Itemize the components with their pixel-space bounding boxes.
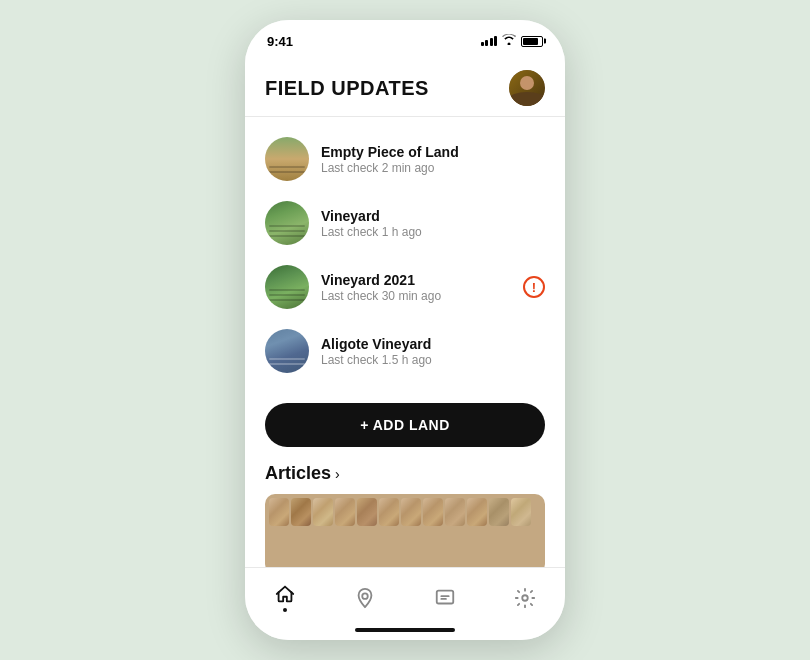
status-icons bbox=[481, 34, 544, 48]
page-header: FIELD UPDATES bbox=[245, 56, 565, 117]
field-thumb-2 bbox=[265, 265, 309, 309]
tab-messages[interactable] bbox=[405, 587, 485, 609]
field-info-2: Vineyard 2021 Last check 30 min ago bbox=[321, 272, 523, 303]
cork-6 bbox=[379, 498, 399, 526]
corks-pattern bbox=[265, 494, 545, 567]
cork-5 bbox=[357, 498, 377, 526]
svg-rect-1 bbox=[437, 590, 454, 603]
field-check-3: Last check 1.5 h ago bbox=[321, 353, 545, 367]
signal-icon bbox=[481, 36, 498, 46]
articles-chevron-icon: › bbox=[335, 466, 340, 482]
field-list: Empty Piece of Land Last check 2 min ago… bbox=[245, 117, 565, 393]
cork-7 bbox=[401, 498, 421, 526]
tab-location[interactable] bbox=[325, 587, 405, 609]
articles-section: Articles › bbox=[245, 463, 565, 567]
cork-2 bbox=[291, 498, 311, 526]
field-name-3: Aligote Vineyard bbox=[321, 336, 545, 352]
field-info-3: Aligote Vineyard Last check 1.5 h ago bbox=[321, 336, 545, 367]
field-check-0: Last check 2 min ago bbox=[321, 161, 545, 175]
page-title: FIELD UPDATES bbox=[265, 77, 429, 100]
location-icon bbox=[354, 587, 376, 609]
field-name-2: Vineyard 2021 bbox=[321, 272, 523, 288]
settings-icon bbox=[514, 587, 536, 609]
status-bar: 9:41 bbox=[245, 20, 565, 56]
field-name-0: Empty Piece of Land bbox=[321, 144, 545, 160]
field-thumb-0 bbox=[265, 137, 309, 181]
field-info-1: Vineyard Last check 1 h ago bbox=[321, 208, 545, 239]
home-icon bbox=[274, 583, 296, 605]
cork-11 bbox=[489, 498, 509, 526]
tab-settings[interactable] bbox=[485, 587, 565, 609]
svg-point-0 bbox=[362, 593, 368, 599]
articles-header[interactable]: Articles › bbox=[265, 463, 545, 484]
scroll-content: Empty Piece of Land Last check 2 min ago… bbox=[245, 117, 565, 567]
avatar[interactable] bbox=[509, 70, 545, 106]
cork-3 bbox=[313, 498, 333, 526]
field-name-1: Vineyard bbox=[321, 208, 545, 224]
field-thumb-3 bbox=[265, 329, 309, 373]
avatar-image bbox=[509, 70, 545, 106]
wifi-icon bbox=[502, 34, 516, 48]
field-check-1: Last check 1 h ago bbox=[321, 225, 545, 239]
cork-12 bbox=[511, 498, 531, 526]
articles-title: Articles bbox=[265, 463, 331, 484]
home-indicator bbox=[245, 623, 565, 640]
tab-bar bbox=[245, 567, 565, 623]
tab-home[interactable] bbox=[245, 583, 325, 612]
add-land-button[interactable]: + ADD LAND bbox=[265, 403, 545, 447]
cork-4 bbox=[335, 498, 355, 526]
messages-icon bbox=[434, 587, 456, 609]
cork-9 bbox=[445, 498, 465, 526]
phone-frame: 9:41 FIELD UPDATES bbox=[245, 20, 565, 640]
field-item-aligote[interactable]: Aligote Vineyard Last check 1.5 h ago bbox=[245, 319, 565, 383]
home-bar bbox=[355, 628, 455, 632]
alert-icon: ! bbox=[523, 276, 545, 298]
battery-icon bbox=[521, 36, 543, 47]
status-time: 9:41 bbox=[267, 34, 293, 49]
field-item-empty-land[interactable]: Empty Piece of Land Last check 2 min ago bbox=[245, 127, 565, 191]
cork-8 bbox=[423, 498, 443, 526]
articles-image bbox=[265, 494, 545, 567]
svg-point-2 bbox=[522, 595, 528, 601]
cork-10 bbox=[467, 498, 487, 526]
cork-1 bbox=[269, 498, 289, 526]
field-info-0: Empty Piece of Land Last check 2 min ago bbox=[321, 144, 545, 175]
field-thumb-1 bbox=[265, 201, 309, 245]
field-item-vineyard[interactable]: Vineyard Last check 1 h ago bbox=[245, 191, 565, 255]
field-check-2: Last check 30 min ago bbox=[321, 289, 523, 303]
tab-home-dot bbox=[283, 608, 287, 612]
field-item-vineyard2021[interactable]: Vineyard 2021 Last check 30 min ago ! bbox=[245, 255, 565, 319]
